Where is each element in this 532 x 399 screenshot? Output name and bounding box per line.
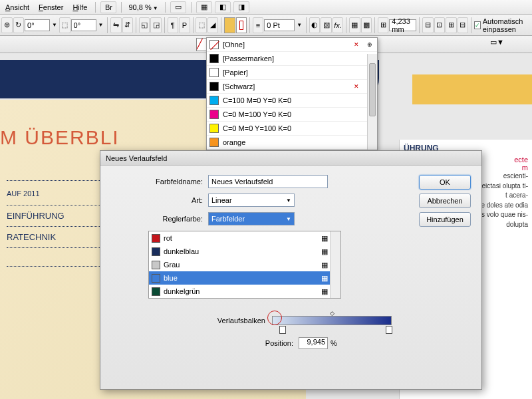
flip-v-icon[interactable]: ⇵ bbox=[122, 17, 134, 33]
reglerfarbe-select[interactable]: Farbfelder▼ bbox=[208, 212, 295, 225]
fill-swatch[interactable] bbox=[224, 17, 235, 33]
swatches-panel: [Ohne]✕⊕[Passermarken]⊕[Papier][Schwarz]… bbox=[206, 37, 378, 150]
lock-icon: ✕ bbox=[352, 82, 361, 91]
rotate-icon[interactable]: ↻ bbox=[13, 17, 25, 33]
reglerfarbe-label: Reglerfarbe: bbox=[108, 215, 208, 223]
swatch-row[interactable]: orange▦ bbox=[207, 136, 377, 150]
gradient-stop-2[interactable] bbox=[386, 326, 392, 334]
effects-icon[interactable]: ◐ bbox=[309, 17, 321, 33]
frame-grid-icon[interactable]: ⊞ bbox=[378, 17, 389, 33]
art-select[interactable]: Linear▼ bbox=[208, 194, 295, 207]
color-mode-icon: ⊕ bbox=[365, 40, 374, 49]
control-bar: ⊕ ↻ 0°▼ ⬚ 0°▼ ⇋ ⇵ ◱ ◲ ¶ P ⬚ ◢ ≡ 0 Pt▼ ◐ … bbox=[0, 15, 532, 36]
zoom-level[interactable]: 90,8 %▼ bbox=[126, 2, 160, 13]
swatch-row[interactable]: Grau▦▩ bbox=[149, 258, 340, 271]
swatch-row[interactable]: blue▦▩ bbox=[149, 271, 340, 285]
swatch-row[interactable]: C=0 M=100 Y=0 K=0▦ bbox=[207, 108, 377, 122]
position-label: Position: bbox=[108, 339, 299, 347]
paragraph-icon[interactable]: ¶ bbox=[168, 17, 179, 33]
position-field[interactable]: 9,945 bbox=[299, 337, 328, 349]
shear-icon[interactable]: ⬚ bbox=[59, 17, 70, 33]
screen-mode-icon[interactable]: ▭ bbox=[170, 1, 186, 13]
yellow-block bbox=[412, 74, 532, 104]
autofit-checkbox[interactable]: ✓Automatisch einpassen bbox=[474, 17, 531, 33]
align-icon-3[interactable]: ⊞ bbox=[446, 17, 457, 33]
corner-icon[interactable]: ◢ bbox=[207, 17, 219, 33]
annotation-circle bbox=[267, 311, 282, 325]
add-button[interactable]: Hinzufügen bbox=[419, 212, 471, 227]
swatch-row[interactable]: dunkelgrün▦▩ bbox=[149, 285, 340, 298]
dialog-swatch-scrollbar[interactable] bbox=[330, 231, 340, 298]
swatch-scrollbar[interactable] bbox=[367, 54, 377, 150]
swatch-row[interactable]: [Passermarken]⊕ bbox=[207, 52, 377, 66]
arrange-icon-3[interactable]: ◨ bbox=[233, 1, 249, 13]
swatch-row[interactable]: [Ohne]✕⊕ bbox=[207, 38, 377, 52]
swatch-row[interactable]: [Schwarz]✕▦ bbox=[207, 80, 377, 94]
gradient-label: Verlaufsbalken bbox=[108, 317, 272, 325]
drop-shadow-icon[interactable]: ▧ bbox=[321, 17, 332, 33]
bridge-icon[interactable]: Br bbox=[100, 1, 116, 13]
new-gradient-dialog: Neues Verlaufsfeld OK Abbrechen Hinzufüg… bbox=[100, 150, 482, 390]
arrange-icon-1[interactable]: ▦ bbox=[196, 1, 212, 13]
fit-content-icon[interactable]: ▩ bbox=[361, 17, 372, 33]
mm-field[interactable]: 4,233 mm bbox=[389, 19, 416, 31]
stroke-weight-icon: ≡ bbox=[253, 17, 264, 33]
swatch-row[interactable]: [Papier] bbox=[207, 66, 377, 80]
swatch-row[interactable]: C=0 M=0 Y=100 K=0▦ bbox=[207, 122, 377, 136]
angle2-field[interactable]: 0° bbox=[71, 19, 96, 31]
ok-button[interactable]: OK bbox=[419, 175, 471, 190]
lock-icon: ✕ bbox=[352, 40, 361, 49]
menu-hilfe[interactable]: Hilfe bbox=[68, 2, 91, 13]
cancel-button[interactable]: Abbrechen bbox=[419, 194, 471, 208]
stroke-style-dropdown[interactable]: ▭▼ bbox=[490, 38, 509, 51]
menubar: AAnsichtnsicht Fenster Hilfe Br 90,8 %▼ … bbox=[0, 0, 532, 15]
fx-icon[interactable]: fx. bbox=[332, 17, 344, 33]
align-icon-2[interactable]: ⊡ bbox=[434, 17, 446, 33]
fit-frame-icon[interactable]: ▦ bbox=[349, 17, 360, 33]
swatch-row[interactable]: C=100 M=0 Y=0 K=0▦ bbox=[207, 94, 377, 108]
gradient-ramp[interactable]: ◇ bbox=[272, 316, 392, 325]
arrange-icon-2[interactable]: ◧ bbox=[215, 1, 231, 13]
dialog-swatch-list[interactable]: rot▦▩dunkelblau▦▩Grau▦▩blue▦▩dunkelgrün▦… bbox=[148, 231, 341, 299]
stroke-swatch[interactable] bbox=[236, 17, 247, 33]
flip-h-icon[interactable]: ⇋ bbox=[110, 17, 122, 33]
align-icon-4[interactable]: ⊟ bbox=[458, 17, 469, 33]
swatch-row[interactable]: rot▦▩ bbox=[149, 231, 340, 245]
dialog-titlebar[interactable]: Neues Verlaufsfeld bbox=[100, 151, 481, 166]
stroke-weight-field[interactable]: 0 Pt bbox=[264, 19, 295, 31]
menu-fenster[interactable]: Fenster bbox=[35, 2, 67, 13]
angle1-field[interactable]: 0° bbox=[25, 19, 50, 31]
text-wrap-icon[interactable]: ⬚ bbox=[196, 17, 207, 33]
midpoint-icon[interactable]: ◇ bbox=[330, 310, 334, 317]
select-content-icon[interactable]: ◲ bbox=[150, 17, 162, 33]
select-container-icon[interactable]: ◱ bbox=[139, 17, 150, 33]
name-label: Farbfeldname: bbox=[108, 178, 208, 186]
art-label: Art: bbox=[108, 196, 208, 204]
gradient-stop-1[interactable] bbox=[279, 326, 286, 334]
align-icon-1[interactable]: ⊟ bbox=[422, 17, 434, 33]
ref-point-icon[interactable]: ⊕ bbox=[1, 17, 13, 33]
char-p-icon[interactable]: P bbox=[179, 17, 190, 33]
swatch-row[interactable]: dunkelblau▦▩ bbox=[149, 245, 340, 258]
percent-label: % bbox=[331, 339, 337, 347]
menu-ansicht[interactable]: AAnsichtnsicht bbox=[1, 2, 33, 13]
name-input[interactable] bbox=[208, 175, 328, 188]
